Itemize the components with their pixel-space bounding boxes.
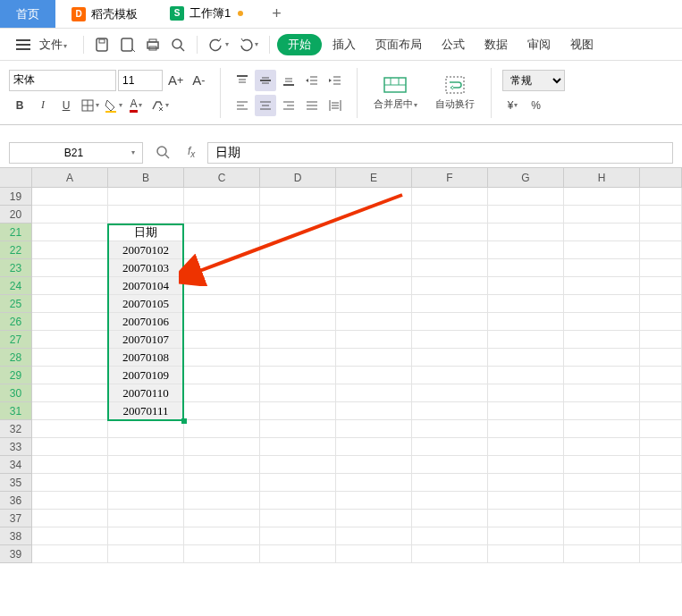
grid-cell[interactable] — [260, 384, 336, 402]
row-header[interactable]: 29 — [0, 367, 32, 384]
column-header[interactable]: A — [32, 168, 108, 188]
grid-cell[interactable] — [412, 277, 488, 295]
row-header[interactable]: 38 — [0, 527, 32, 545]
grid-cell[interactable]: 20070109 — [108, 367, 184, 384]
grid-cell[interactable]: 20070106 — [108, 313, 184, 331]
zoom-icon[interactable] — [152, 141, 175, 165]
column-header[interactable]: G — [488, 168, 564, 188]
grid-cell[interactable] — [336, 224, 412, 241]
grid-cell[interactable] — [488, 456, 564, 474]
increase-font-icon[interactable]: A+ — [164, 70, 187, 91]
print-preview-icon[interactable] — [166, 33, 189, 56]
grid-cell[interactable] — [412, 259, 488, 277]
grid-cell[interactable] — [260, 402, 336, 420]
align-middle-icon[interactable] — [255, 70, 276, 91]
grid-cell[interactable] — [412, 384, 488, 402]
italic-icon[interactable]: I — [32, 95, 54, 116]
tab-new[interactable]: + — [259, 0, 294, 28]
row-header[interactable]: 23 — [0, 259, 32, 277]
grid-cell[interactable] — [488, 492, 564, 510]
grid-cell[interactable] — [564, 331, 640, 349]
align-top-icon[interactable] — [232, 70, 253, 91]
row-header[interactable]: 20 — [0, 206, 32, 224]
grid-cell[interactable] — [488, 277, 564, 295]
grid-cell[interactable]: 20070103 — [108, 259, 184, 277]
grid-cell[interactable] — [184, 545, 260, 563]
grid-cell[interactable] — [32, 313, 108, 331]
grid-cell[interactable] — [32, 456, 108, 474]
grid-cell[interactable] — [184, 331, 260, 349]
grid-cell[interactable] — [32, 510, 108, 527]
hamburger-icon[interactable] — [11, 35, 36, 55]
menu-view[interactable]: 视图 — [561, 33, 602, 56]
grid-cell[interactable] — [336, 527, 412, 545]
grid-cell[interactable] — [336, 545, 412, 563]
grid-cell[interactable] — [564, 259, 640, 277]
grid-cell[interactable] — [564, 241, 640, 259]
grid-cell[interactable] — [260, 224, 336, 241]
menu-data[interactable]: 数据 — [476, 33, 517, 56]
grid-cell[interactable] — [336, 474, 412, 492]
justify-icon[interactable] — [301, 95, 323, 116]
grid-cell[interactable] — [108, 510, 184, 527]
save-as-icon[interactable] — [116, 33, 139, 56]
column-header[interactable]: B — [108, 168, 184, 188]
grid-cell[interactable] — [260, 277, 336, 295]
grid-cell[interactable] — [184, 295, 260, 313]
grid-cell[interactable] — [32, 224, 108, 241]
grid-cell[interactable]: 日期 — [108, 224, 184, 241]
menu-page-layout[interactable]: 页面布局 — [366, 33, 431, 56]
row-header[interactable]: 39 — [0, 545, 32, 563]
grid-cell[interactable] — [564, 456, 640, 474]
align-bottom-icon[interactable] — [278, 70, 299, 91]
grid-cell[interactable] — [260, 510, 336, 527]
grid-cell[interactable] — [488, 206, 564, 224]
grid-cell[interactable] — [336, 420, 412, 438]
distribute-icon[interactable] — [324, 95, 346, 116]
row-header[interactable]: 25 — [0, 295, 32, 313]
grid-cell[interactable] — [108, 527, 184, 545]
grid-cell[interactable]: 20070110 — [108, 384, 184, 402]
grid-cell[interactable] — [564, 402, 640, 420]
menu-start[interactable]: 开始 — [277, 34, 322, 55]
grid-cell[interactable] — [336, 277, 412, 295]
row-header[interactable]: 26 — [0, 313, 32, 331]
row-header[interactable]: 21 — [0, 224, 32, 241]
tab-docell[interactable]: D 稻壳模板 — [55, 0, 154, 28]
row-header[interactable]: 19 — [0, 188, 32, 206]
font-size-select[interactable] — [118, 70, 163, 91]
grid-cell[interactable] — [260, 545, 336, 563]
grid-cell[interactable] — [336, 295, 412, 313]
grid-cell[interactable] — [564, 420, 640, 438]
bold-icon[interactable]: B — [9, 95, 30, 116]
align-center-icon[interactable] — [255, 95, 276, 116]
align-left-icon[interactable] — [232, 95, 253, 116]
grid-cell[interactable] — [488, 384, 564, 402]
row-header[interactable]: 35 — [0, 474, 32, 492]
fill-color-icon[interactable]: ▾ — [102, 95, 123, 116]
fx-icon[interactable]: fx — [188, 145, 195, 159]
grid-cell[interactable] — [260, 313, 336, 331]
font-name-select[interactable] — [9, 70, 116, 91]
grid-cell[interactable] — [260, 474, 336, 492]
grid-cell[interactable] — [32, 259, 108, 277]
grid-cell[interactable] — [260, 527, 336, 545]
grid-cell[interactable] — [412, 545, 488, 563]
grid-cell[interactable] — [32, 349, 108, 367]
grid-cell[interactable] — [412, 188, 488, 206]
grid-cell[interactable] — [184, 206, 260, 224]
grid-cell[interactable] — [336, 510, 412, 527]
grid-cell[interactable] — [32, 188, 108, 206]
grid-cell[interactable] — [184, 527, 260, 545]
menu-review[interactable]: 审阅 — [518, 33, 560, 56]
grid-cell[interactable] — [336, 206, 412, 224]
grid-cell[interactable] — [108, 438, 184, 456]
decrease-indent-icon[interactable] — [301, 70, 323, 91]
grid-cell[interactable] — [336, 402, 412, 420]
grid-cell[interactable] — [32, 402, 108, 420]
grid-cell[interactable] — [108, 492, 184, 510]
grid-cell[interactable] — [184, 384, 260, 402]
grid-cell[interactable] — [32, 492, 108, 510]
grid-cell[interactable] — [412, 492, 488, 510]
grid-cell[interactable] — [184, 313, 260, 331]
